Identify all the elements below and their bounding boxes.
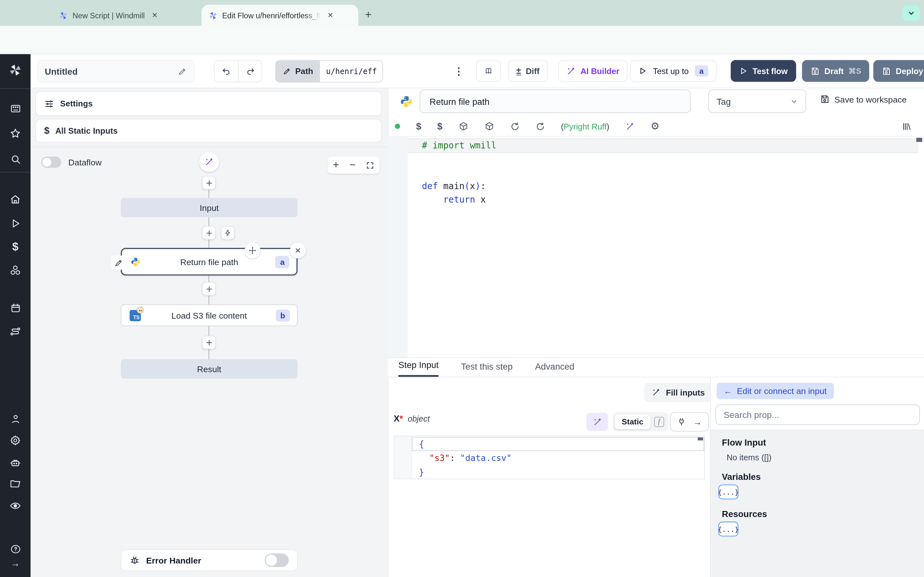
plug-icon[interactable]: [677, 417, 686, 426]
python-icon: [130, 256, 141, 267]
draft-button[interactable]: Draft ⌘S: [802, 60, 869, 82]
flow-input-node[interactable]: Input: [121, 198, 298, 218]
package-icon[interactable]: [459, 121, 468, 131]
reload-icon[interactable]: [510, 121, 519, 131]
browser-tab-inactive[interactable]: New Script | Windmill ✕: [52, 5, 199, 26]
add-step-button[interactable]: [202, 335, 216, 349]
path-group[interactable]: Path u/henri/eff: [275, 60, 383, 82]
add-step-button[interactable]: [202, 176, 216, 189]
overview-ruler-mark: [698, 438, 703, 440]
sidebar-item-settings[interactable]: [0, 432, 31, 449]
sidebar-item-resources[interactable]: [0, 261, 31, 279]
package-icon[interactable]: [484, 121, 494, 131]
step-name-value: Return file path: [430, 96, 489, 106]
ai-wand-icon[interactable]: [625, 121, 635, 131]
resources-heading: Resources: [722, 509, 767, 519]
screen: New Script | Windmill ✕ Edit Flow u/henr…: [0, 0, 924, 577]
reload-icon[interactable]: [535, 121, 545, 131]
sidebar-item-favorites[interactable]: [0, 125, 31, 142]
code-editor[interactable]: # import wmill def main(x): return x: [388, 136, 924, 358]
fit-view-icon[interactable]: [366, 161, 375, 169]
tab-test-this-step[interactable]: Test this step: [461, 362, 513, 377]
edit-step-pencil-icon[interactable]: [111, 255, 126, 269]
dataflow-toggle[interactable]: [41, 157, 61, 168]
sidebar-item-users[interactable]: [0, 410, 31, 427]
redo-button[interactable]: [238, 61, 262, 82]
browser-tab-active[interactable]: Edit Flow u/henri/effortless_fl ✕: [202, 5, 359, 26]
library-icon[interactable]: [901, 121, 911, 131]
test-flow-button[interactable]: Test flow: [731, 60, 796, 82]
tag-label: Tag: [716, 96, 730, 106]
ai-fill-button[interactable]: [586, 413, 608, 431]
draft-shortcut: ⌘S: [848, 67, 861, 76]
arg-json-editor[interactable]: { "s3": "data.csv"}: [394, 436, 705, 479]
flow-name-field[interactable]: Untitled: [37, 60, 194, 82]
windmill-logo[interactable]: [0, 61, 31, 79]
step-node-b[interactable]: TS Load S3 file content b: [121, 305, 298, 326]
sidebar-item-workflows[interactable]: [0, 323, 31, 340]
ai-builder-button[interactable]: AI Builder: [558, 60, 628, 82]
sidebar-item-variables[interactable]: $: [0, 238, 31, 255]
flow-result-node[interactable]: Result: [121, 359, 298, 379]
save-to-workspace-button[interactable]: Save to workspace: [820, 94, 907, 104]
bun-typescript-icon: TS: [129, 309, 141, 321]
variables-icon[interactable]: $: [416, 121, 421, 131]
zoom-in-icon[interactable]: +: [333, 159, 339, 171]
overview-ruler-mark: [916, 138, 922, 142]
add-step-button[interactable]: [202, 282, 216, 295]
add-trigger-button[interactable]: [221, 226, 234, 239]
tab-step-input[interactable]: Step Input: [399, 359, 439, 377]
resources-expand-chip[interactable]: {...}: [718, 522, 738, 536]
arrow-right-icon[interactable]: →: [693, 417, 702, 427]
save-to-workspace-label: Save to workspace: [835, 95, 907, 104]
more-options-icon[interactable]: ⋮: [454, 60, 464, 82]
all-static-inputs-button[interactable]: $ All Static Inputs: [35, 119, 382, 142]
diff-button[interactable]: ± Diff: [508, 60, 548, 82]
sidebar-item-schedules[interactable]: [0, 299, 31, 317]
edit-or-connect-button[interactable]: ← Edit or connect an input: [716, 383, 834, 399]
error-handler-toggle[interactable]: [265, 554, 289, 567]
error-handler-card[interactable]: Error Handler: [121, 550, 298, 571]
graph-ai-button[interactable]: [199, 152, 219, 172]
sidebar-item-audit[interactable]: [0, 497, 31, 514]
docs-button[interactable]: [476, 60, 501, 82]
javascript-expr-icon[interactable]: f: [654, 417, 664, 427]
tab-advanced[interactable]: Advanced: [535, 362, 575, 377]
tab-search-button[interactable]: [902, 5, 920, 21]
step-b-badge: b: [276, 309, 290, 322]
json-gutter: [394, 436, 412, 479]
lint-assistants-label[interactable]: (Pyright Ruff): [561, 121, 609, 131]
undo-button[interactable]: [215, 61, 238, 82]
resources-icon[interactable]: $: [437, 121, 443, 131]
step-node-a[interactable]: Return file path a: [121, 248, 298, 276]
step-name-input[interactable]: Return file path: [420, 89, 691, 113]
sidebar-item-apps[interactable]: [0, 99, 31, 117]
edit-pencil-icon[interactable]: [178, 67, 187, 76]
sidebar-item-folders[interactable]: [0, 475, 31, 493]
add-step-button[interactable]: [202, 226, 216, 239]
sidebar-item-home[interactable]: [0, 191, 31, 208]
settings-button[interactable]: Settings: [35, 91, 382, 116]
browser-tab-strip: New Script | Windmill ✕ Edit Flow u/henr…: [0, 0, 924, 26]
sidebar-item-runs[interactable]: [0, 214, 31, 232]
zoom-out-icon[interactable]: −: [349, 159, 355, 171]
test-up-to-button[interactable]: Test up to a: [630, 60, 716, 82]
step-badge: a: [695, 65, 708, 77]
search-prop-input[interactable]: [716, 405, 920, 425]
new-tab-button[interactable]: +: [360, 7, 376, 23]
variables-expand-chip[interactable]: {...}: [718, 485, 738, 500]
sidebar-item-workers[interactable]: [0, 454, 31, 472]
tab-close-icon[interactable]: ✕: [325, 10, 336, 21]
static-mode-pill[interactable]: Static: [615, 414, 651, 429]
delete-step-button[interactable]: ✕: [290, 243, 306, 259]
tag-select[interactable]: Tag: [708, 89, 806, 113]
sidebar-item-search[interactable]: [0, 150, 31, 168]
collapse-sidebar-icon[interactable]: →: [0, 554, 31, 572]
move-step-handle[interactable]: [244, 243, 260, 259]
tab-close-icon[interactable]: ✕: [150, 10, 160, 21]
deploy-button[interactable]: Deploy: [873, 60, 924, 82]
fill-inputs-button[interactable]: Fill inputs: [644, 383, 712, 402]
fill-inputs-label: Fill inputs: [666, 388, 705, 397]
editor-settings-icon[interactable]: ⚙: [651, 120, 660, 133]
step-panel-tabs: Step Input Test this step Advanced: [388, 358, 924, 377]
